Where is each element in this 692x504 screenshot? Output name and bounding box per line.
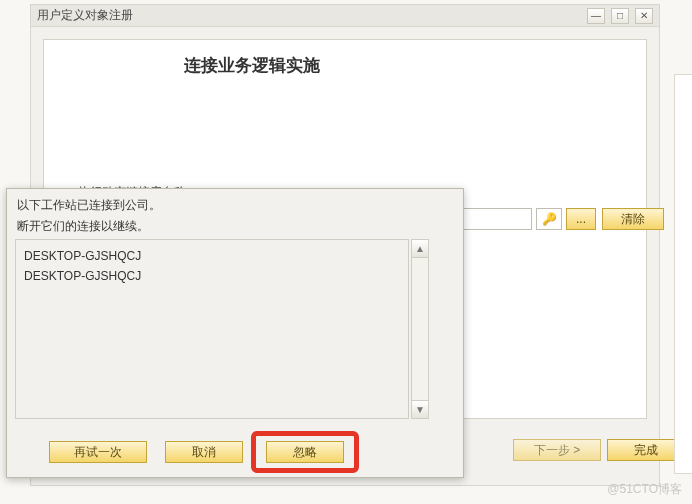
key-icon-button[interactable]: 🔑 <box>536 208 562 230</box>
right-panel-stub <box>674 74 692 474</box>
retry-button-label: 再试一次 <box>74 444 122 461</box>
list-scrollbar[interactable]: ▲ ▼ <box>411 239 429 419</box>
browse-button[interactable]: ... <box>566 208 596 230</box>
cancel-button-label: 取消 <box>192 444 216 461</box>
scroll-up-icon[interactable]: ▲ <box>412 240 428 258</box>
ignore-button-label: 忽略 <box>293 444 317 461</box>
retry-button[interactable]: 再试一次 <box>49 441 147 463</box>
connection-dialog: 以下工作站已连接到公司。 断开它们的连接以继续。 DESKTOP-GJSHQCJ… <box>6 188 464 478</box>
maximize-button[interactable]: □ <box>611 8 629 24</box>
ignore-button[interactable]: 忽略 <box>266 441 344 463</box>
dialog-message-2: 断开它们的连接以继续。 <box>17 218 463 235</box>
titlebar: 用户定义对象注册 — □ ✕ <box>31 5 659 27</box>
page-heading: 连接业务逻辑实施 <box>184 54 646 77</box>
minimize-button[interactable]: — <box>587 8 605 24</box>
clear-button-label: 清除 <box>621 211 645 228</box>
key-icon: 🔑 <box>542 212 557 226</box>
scroll-down-icon[interactable]: ▼ <box>412 400 428 418</box>
ignore-highlight: 忽略 <box>251 431 359 473</box>
cancel-button[interactable]: 取消 <box>165 441 243 463</box>
list-item: DESKTOP-GJSHQCJ <box>24 266 400 286</box>
clear-button[interactable]: 清除 <box>602 208 664 230</box>
browse-button-label: ... <box>576 212 586 226</box>
list-item: DESKTOP-GJSHQCJ <box>24 246 400 266</box>
next-button[interactable]: 下一步 > <box>513 439 601 461</box>
dialog-message-1: 以下工作站已连接到公司。 <box>17 197 463 214</box>
window-title: 用户定义对象注册 <box>37 7 133 24</box>
next-button-label: 下一步 > <box>534 442 580 459</box>
close-button[interactable]: ✕ <box>635 8 653 24</box>
watermark: @51CTO博客 <box>607 481 682 498</box>
workstation-list: DESKTOP-GJSHQCJ DESKTOP-GJSHQCJ <box>15 239 409 419</box>
finish-button-label: 完成 <box>634 442 658 459</box>
